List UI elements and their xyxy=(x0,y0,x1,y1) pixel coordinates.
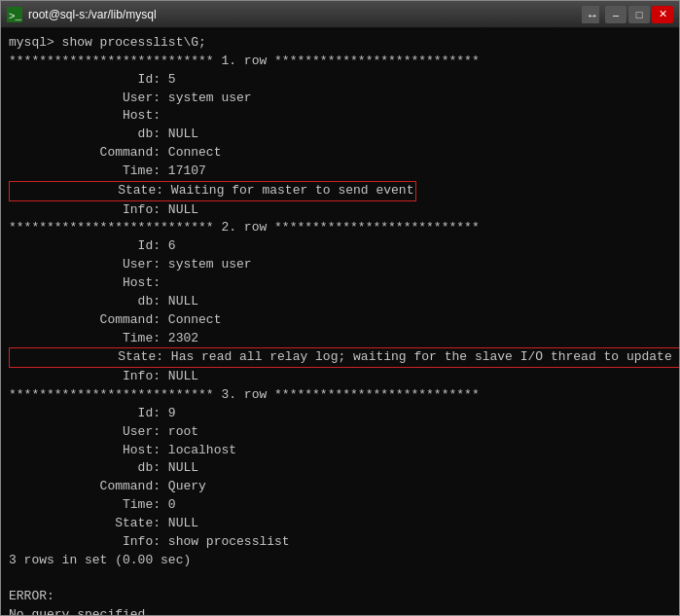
minimize-button[interactable]: – xyxy=(605,6,626,23)
row3-host: Host: localhost xyxy=(9,442,671,460)
row3-separator: *************************** 3. row *****… xyxy=(9,386,671,405)
row1-command: Command: Connect xyxy=(9,144,671,163)
row1-time: Time: 17107 xyxy=(9,163,671,181)
maximize-button[interactable]: □ xyxy=(628,6,650,23)
row3-state: State: NULL xyxy=(9,515,671,533)
row1-host: Host: xyxy=(9,107,671,126)
row3-time: Time: 0 xyxy=(9,496,671,515)
row3-user: User: root xyxy=(9,423,671,442)
window-title: root@sql-s:/var/lib/mysql xyxy=(28,8,157,21)
resize-icon: ↔ xyxy=(582,6,599,23)
state1-highlight: State: Waiting for master to send event xyxy=(9,181,416,201)
row3-info: Info: show processlist xyxy=(9,533,671,552)
row2-db: db: NULL xyxy=(9,293,671,311)
row2-info: Info: NULL xyxy=(9,368,671,386)
row2-user: User: system user xyxy=(9,256,671,274)
row3-id: Id: 9 xyxy=(9,405,671,423)
row-count: 3 rows in set (0.00 sec) xyxy=(9,552,671,570)
row1-id: Id: 5 xyxy=(9,71,671,90)
terminal-content[interactable]: mysql> show processlist\G; *************… xyxy=(1,28,679,615)
error-message: No query specified xyxy=(9,606,671,615)
row2-id: Id: 6 xyxy=(9,237,671,256)
window-controls: ↔ – □ ✕ xyxy=(582,6,673,23)
blank-line-1 xyxy=(9,569,671,588)
row2-time: Time: 2302 xyxy=(9,330,671,348)
command-line: mysql> show processlist\G; xyxy=(9,34,671,53)
error-label: ERROR: xyxy=(9,588,671,606)
row3-db: db: NULL xyxy=(9,459,671,478)
row2-host: Host: xyxy=(9,274,671,293)
row1-user: User: system user xyxy=(9,90,671,108)
close-button[interactable]: ✕ xyxy=(652,6,673,23)
svg-text:↔: ↔ xyxy=(587,8,599,21)
row1-state: State: Waiting for master to send event xyxy=(9,181,671,201)
row1-db: db: NULL xyxy=(9,126,671,144)
row1-info: Info: NULL xyxy=(9,201,671,220)
svg-text:>_: >_ xyxy=(9,11,22,22)
row2-command: Command: Connect xyxy=(9,311,671,330)
terminal-window: >_ root@sql-s:/var/lib/mysql ↔ – □ ✕ mys… xyxy=(0,0,680,616)
titlebar: >_ root@sql-s:/var/lib/mysql ↔ – □ ✕ xyxy=(1,1,679,28)
row1-separator: *************************** 1. row *****… xyxy=(9,53,671,71)
titlebar-left: >_ root@sql-s:/var/lib/mysql xyxy=(7,7,157,22)
row2-separator: *************************** 2. row *****… xyxy=(9,219,671,237)
row2-state: State: Has read all relay log; waiting f… xyxy=(9,347,671,368)
terminal-icon: >_ xyxy=(7,7,22,22)
state2-highlight: State: Has read all relay log; waiting f… xyxy=(9,347,679,368)
row3-command: Command: Query xyxy=(9,478,671,496)
